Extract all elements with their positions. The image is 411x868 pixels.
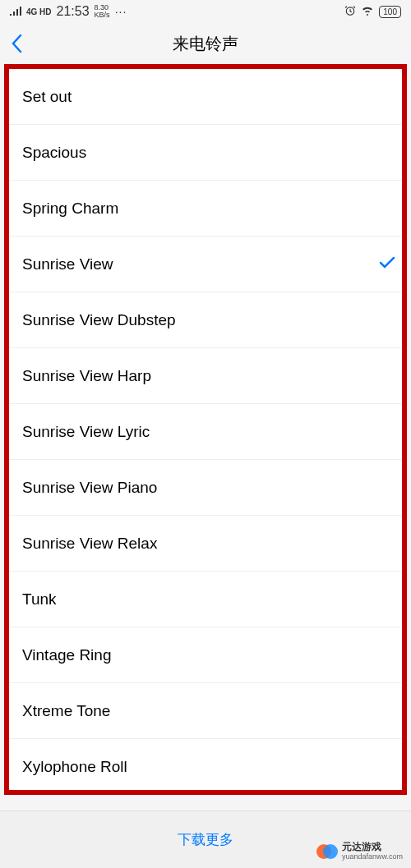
ringtone-item[interactable]: Spring Charm <box>9 181 402 237</box>
ringtone-list: Set outSpaciousSpring CharmSunrise ViewS… <box>4 64 407 795</box>
ringtone-item[interactable]: Sunrise View Harp <box>9 348 402 404</box>
ringtone-label: Sunrise View Relax <box>22 535 157 553</box>
clock-time: 21:53 <box>57 4 90 19</box>
ringtone-label: Sunrise View Lyric <box>22 423 150 441</box>
ringtone-label: Sunrise View Harp <box>22 367 151 385</box>
signal-icon <box>10 6 21 18</box>
ringtone-item[interactable]: Sunrise View <box>9 237 402 292</box>
watermark-title: 元达游戏 <box>342 842 403 852</box>
svg-point-2 <box>323 844 338 859</box>
ringtone-label: Sunrise View <box>22 255 113 273</box>
ringtone-label: Vintage Ring <box>22 646 111 664</box>
status-right: 100 <box>344 5 401 19</box>
ringtone-item[interactable]: Tunk <box>9 572 402 627</box>
checkmark-icon <box>379 255 395 273</box>
ringtone-item[interactable]: Sunrise View Lyric <box>9 404 402 460</box>
ringtone-label: Xtreme Tone <box>22 702 110 720</box>
navigation-bar: 来电铃声 <box>0 23 411 64</box>
ringtone-item[interactable]: Vintage Ring <box>9 627 402 683</box>
back-button[interactable] <box>0 23 33 64</box>
ringtone-label: Set out <box>22 88 72 106</box>
network-type: 4G HD <box>26 7 52 16</box>
menu-dots-icon: ··· <box>115 5 127 18</box>
ringtone-item[interactable]: Set out <box>9 69 402 125</box>
alarm-icon <box>344 5 356 19</box>
status-left: 4G HD 21:53 8.30KB/s ··· <box>10 4 127 19</box>
ringtone-item[interactable]: Xtreme Tone <box>9 683 402 739</box>
ringtone-item[interactable]: Spacious <box>9 125 402 181</box>
data-speed: 8.30KB/s <box>95 4 110 19</box>
ringtone-item[interactable]: Sunrise View Relax <box>9 516 402 572</box>
ringtone-item[interactable]: Sunrise View Piano <box>9 460 402 516</box>
watermark-url: yuandafanww.com <box>342 853 403 861</box>
ringtone-item[interactable]: Xylophone Roll <box>9 739 402 795</box>
ringtone-label: Sunrise View Piano <box>22 479 157 497</box>
wifi-icon <box>361 6 374 18</box>
ringtone-label: Sunrise View Dubstep <box>22 311 176 329</box>
ringtone-label: Spacious <box>22 144 86 162</box>
watermark-logo-icon <box>316 840 339 863</box>
ringtone-label: Spring Charm <box>22 200 118 218</box>
status-bar: 4G HD 21:53 8.30KB/s ··· 100 <box>0 0 411 23</box>
ringtone-label: Xylophone Roll <box>22 758 127 776</box>
page-title: 来电铃声 <box>173 33 238 55</box>
watermark: 元达游戏 yuandafanww.com <box>316 840 403 863</box>
ringtone-label: Tunk <box>22 590 57 609</box>
ringtone-item[interactable]: Sunrise View Dubstep <box>9 292 402 348</box>
download-more-button[interactable]: 下载更多 <box>178 830 233 849</box>
battery-indicator: 100 <box>379 6 401 18</box>
